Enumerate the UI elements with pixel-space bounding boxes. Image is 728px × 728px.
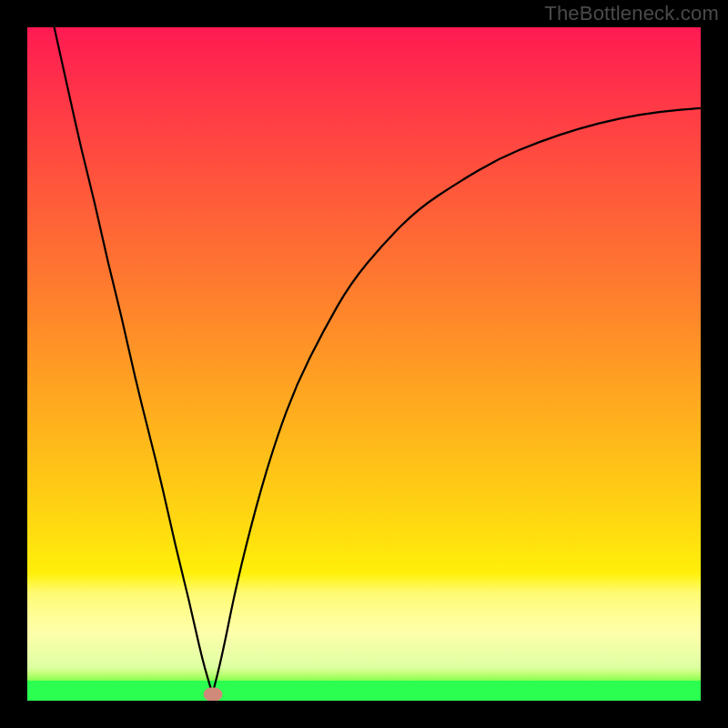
plot-area: [27, 27, 701, 701]
curve-path: [55, 27, 701, 694]
bottleneck-curve: [27, 27, 701, 701]
attribution-label: TheBottleneck.com: [544, 2, 719, 25]
minimum-marker: [203, 687, 222, 701]
chart-container: TheBottleneck.com: [0, 0, 728, 728]
